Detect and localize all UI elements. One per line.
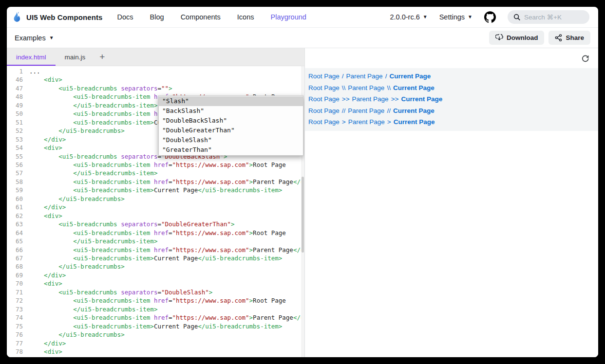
brand[interactable]: UI5 Web Components: [12, 11, 103, 23]
breadcrumb-separator: >: [387, 118, 391, 126]
nav-item-playground[interactable]: Playground: [271, 13, 306, 21]
line-number: 58: [7, 178, 29, 186]
nav-item-icons[interactable]: Icons: [237, 13, 254, 21]
download-label: Download: [507, 34, 538, 41]
code-line[interactable]: 69 </div>: [7, 271, 304, 279]
tab-main-js[interactable]: main.js: [56, 48, 95, 66]
autocomplete-dropdown: "Slash""BackSlash""DoubleBackSlash""Doub…: [158, 95, 303, 156]
code-text: </ui5-breadcrumbs>: [29, 127, 125, 135]
code-text: </div>: [29, 339, 66, 347]
breadcrumb-link[interactable]: Root Page: [308, 95, 340, 103]
add-tab-button[interactable]: +: [95, 48, 110, 66]
code-text: <ui5-breadcrumbs separators="">: [29, 84, 172, 92]
line-number: 53: [7, 135, 29, 144]
nav-item-blog[interactable]: Blog: [150, 13, 164, 21]
code-line[interactable]: 64 <ui5-breadcrumbs-item href="https://w…: [7, 229, 304, 237]
code-text: <ui5-breadcrumbs separators="DoubleSlash…: [29, 288, 212, 296]
breadcrumb-row: Root Page//Parent Page//Current Page: [308, 105, 594, 117]
code-line[interactable]: 1...: [7, 67, 304, 75]
code-line[interactable]: 77 </div>: [7, 339, 304, 347]
search-input[interactable]: [524, 14, 584, 21]
editor-scrollbar-thumb[interactable]: [302, 177, 304, 252]
breadcrumb-current: Current Page: [394, 118, 435, 126]
code-line[interactable]: 60 </ui5-breadcrumbs>: [7, 195, 304, 203]
code-line[interactable]: 47 <ui5-breadcrumbs separators="">: [7, 84, 304, 92]
version-dropdown[interactable]: 2.0.0-rc.6 ▼: [390, 13, 428, 21]
breadcrumb-separator: //: [387, 107, 391, 114]
code-line[interactable]: 74 <ui5-breadcrumbs-item href="https://w…: [7, 313, 304, 322]
autocomplete-item[interactable]: "DoubleBackSlash": [159, 116, 303, 126]
line-number: 71: [7, 288, 29, 296]
search-icon: [513, 14, 521, 21]
breadcrumb-link[interactable]: Root Page: [308, 107, 340, 114]
code-text: <ui5-breadcrumbs-item href="https://www.…: [29, 246, 304, 254]
code-line[interactable]: 70 <div>: [7, 279, 304, 288]
code-line[interactable]: 65 </ui5-breadcrumbs-item>: [7, 237, 304, 245]
breadcrumb-link[interactable]: Parent Page: [348, 84, 384, 91]
breadcrumb-link[interactable]: Parent Page: [348, 118, 385, 126]
code-text: </ui5-breadcrumbs-item>: [29, 101, 157, 109]
line-number: 78: [7, 347, 29, 356]
refresh-icon[interactable]: [581, 54, 591, 63]
breadcrumb-link[interactable]: Root Page: [308, 73, 340, 80]
code-text: <ui5-breadcrumbs-item href="https://www.…: [29, 296, 286, 305]
autocomplete-item[interactable]: "GreaterThan": [159, 145, 303, 155]
code-line[interactable]: 75 <ui5-breadcrumbs-item>Current Page</u…: [7, 322, 304, 330]
code-line[interactable]: 46 <div>: [7, 75, 304, 84]
line-number: 54: [7, 144, 29, 152]
code-line[interactable]: 56 <ui5-breadcrumbs-item href="https://w…: [7, 161, 304, 169]
code-text: <ui5-breadcrumbs-item href="https://www.…: [29, 178, 304, 186]
github-icon[interactable]: [484, 11, 496, 23]
code-line[interactable]: 72 <ui5-breadcrumbs-item href="https://w…: [7, 296, 304, 305]
line-number: 69: [7, 271, 29, 279]
code-line[interactable]: 62 <div>: [7, 212, 304, 220]
line-number: 64: [7, 229, 29, 237]
autocomplete-item[interactable]: "DoubleGreaterThan": [159, 126, 303, 135]
breadcrumb-link[interactable]: Root Page: [308, 84, 340, 91]
code-text: ...: [29, 67, 40, 75]
code-line[interactable]: 67 <ui5-breadcrumbs-item>Current Page</u…: [7, 254, 304, 262]
settings-dropdown[interactable]: Settings ▼: [439, 13, 473, 21]
version-label: 2.0.0-rc.6: [390, 13, 420, 21]
ui5-flame-logo-icon: [12, 11, 22, 23]
code-text: <ui5-breadcrumbs-item href="https://www.…: [29, 229, 286, 237]
code-line[interactable]: 73 </ui5-breadcrumbs-item>: [7, 305, 304, 313]
share-button[interactable]: Share: [548, 31, 590, 45]
breadcrumb-link[interactable]: Parent Page: [346, 73, 383, 80]
code-line[interactable]: 58 <ui5-breadcrumbs-item href="https://w…: [7, 178, 304, 186]
code-line[interactable]: 61 </div>: [7, 203, 304, 211]
tab-index-html[interactable]: index.html: [7, 48, 56, 66]
line-number: 46: [7, 75, 29, 84]
nav-item-components[interactable]: Components: [181, 13, 221, 21]
breadcrumb-row: Root Page>>Parent Page>>Current Page: [308, 93, 594, 105]
code-line[interactable]: 68 </ui5-breadcrumbs>: [7, 262, 304, 271]
line-number: 60: [7, 195, 29, 203]
examples-dropdown[interactable]: Examples ▼: [15, 34, 54, 42]
code-line[interactable]: 59 <ui5-breadcrumbs-item>Current Page</u…: [7, 186, 304, 194]
code-text: <div>: [29, 212, 62, 220]
code-line[interactable]: 66 <ui5-breadcrumbs-item href="https://w…: [7, 246, 304, 254]
code-line[interactable]: 76 </ui5-breadcrumbs>: [7, 330, 304, 339]
autocomplete-item[interactable]: "DoubleSlash": [159, 135, 303, 145]
code-line[interactable]: 57 </ui5-breadcrumbs-item>: [7, 169, 304, 177]
breadcrumb-separator: /: [342, 73, 344, 80]
download-icon: [495, 34, 503, 41]
download-button[interactable]: Download: [489, 31, 545, 45]
nav-item-docs[interactable]: Docs: [117, 13, 133, 21]
breadcrumb-link[interactable]: Parent Page: [352, 95, 389, 103]
breadcrumb-link[interactable]: Parent Page: [348, 107, 384, 114]
breadcrumb-link[interactable]: Root Page: [308, 118, 340, 126]
code-line[interactable]: 71 <ui5-breadcrumbs separators="DoubleSl…: [7, 288, 304, 296]
code-text: <ui5-breadcrumbs-item>Current Page</ui5-…: [29, 322, 282, 330]
code-text: </ui5-breadcrumbs>: [29, 262, 125, 271]
line-number: 68: [7, 262, 29, 271]
code-text: <ui5-breadcrumbs-item>Current Page</ui5-…: [29, 254, 282, 262]
line-number: 61: [7, 203, 29, 211]
breadcrumb-current: Current Page: [401, 95, 442, 103]
search-box[interactable]: [508, 10, 589, 24]
code-line[interactable]: 78 <div>: [7, 347, 304, 356]
line-number: 70: [7, 279, 29, 288]
autocomplete-item[interactable]: "BackSlash": [159, 106, 303, 116]
code-line[interactable]: 63 <ui5-breadcrumbs separators="DoubleGr…: [7, 220, 304, 228]
autocomplete-item[interactable]: "Slash": [159, 96, 303, 106]
